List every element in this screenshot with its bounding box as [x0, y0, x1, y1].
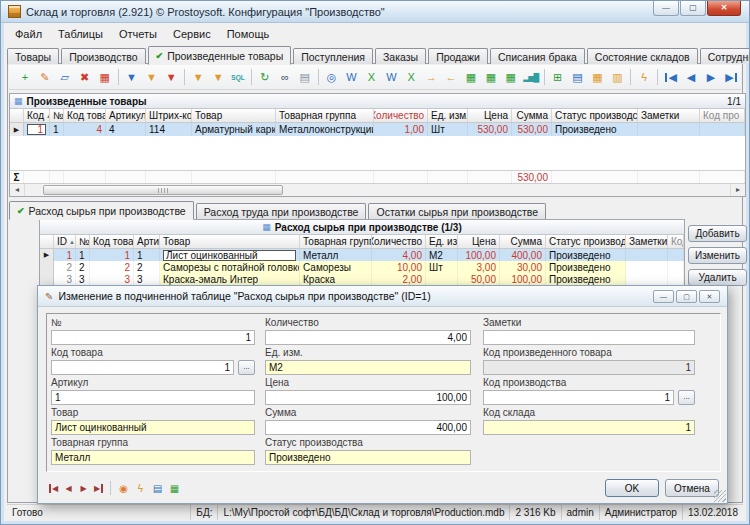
cell-kolichestvo[interactable]: 10,00	[372, 261, 426, 273]
cell-kod-tovara[interactable]: 2	[90, 261, 134, 273]
cell-cena[interactable]: 100,00	[458, 249, 500, 261]
col-id[interactable]: ID▲	[54, 235, 76, 248]
tab-proizvedennye-tovary[interactable]: ✔ Произведенные товары	[148, 46, 292, 65]
cell-kolichestvo[interactable]: 1,00	[374, 123, 428, 136]
product-code-input[interactable]	[51, 360, 234, 375]
cell-summa[interactable]: 530,00	[512, 123, 552, 136]
tab-spisaniya-braka[interactable]: Списания брака	[490, 48, 585, 64]
col-kod-tovara[interactable]: Код товара	[64, 109, 106, 122]
cell-kod-pro[interactable]	[700, 123, 745, 136]
col-summa[interactable]: Сумма	[500, 235, 546, 248]
article-input[interactable]	[51, 390, 255, 405]
cell-ed-izm[interactable]: М2	[426, 249, 458, 261]
sql-filter-icon[interactable]: SQL	[229, 69, 247, 86]
filter-save-icon[interactable]: ▼	[209, 69, 227, 86]
scroll-thumb[interactable]	[43, 185, 283, 195]
lightning-icon[interactable]: ϟ	[635, 69, 653, 86]
tab-proizvodstvo[interactable]: Производство	[61, 48, 145, 64]
col-tovar[interactable]: Товар	[160, 235, 300, 248]
cell-status[interactable]: Произведено	[546, 273, 626, 285]
delete-button[interactable]: Удалить	[688, 269, 747, 286]
col-tovarnaya-gruppa[interactable]: Товарная группа	[276, 109, 374, 122]
chart-icon[interactable]: ▂▅█	[522, 69, 540, 86]
cell-zametki[interactable]	[626, 261, 668, 273]
close-button[interactable]: ✕	[707, 1, 741, 16]
product-group-input[interactable]	[51, 450, 255, 465]
menu-file[interactable]: Файл	[7, 26, 50, 42]
cell-artikul[interactable]: 1	[134, 249, 160, 261]
cell-tovarnaya-gruppa[interactable]: Металлоконструкции	[276, 123, 374, 136]
menu-tables[interactable]: Таблицы	[50, 26, 111, 42]
num-input[interactable]	[51, 330, 255, 345]
cell-kod-pro[interactable]	[668, 249, 684, 261]
report-summary-icon[interactable]: ▦	[462, 69, 480, 86]
cell-ed-izm[interactable]	[426, 273, 458, 285]
nav-prev-icon[interactable]: ◀	[682, 69, 700, 86]
delete-found-records-icon[interactable]: ▦	[96, 69, 114, 86]
resize-grip[interactable]	[714, 490, 726, 502]
tab-postupleniya[interactable]: Поступления	[293, 48, 373, 64]
cell-artikul[interactable]: 2	[134, 261, 160, 273]
minimize-button[interactable]: —	[653, 1, 679, 16]
record-last-icon[interactable]: ▶	[91, 481, 106, 495]
import-data-icon[interactable]: ←	[442, 69, 460, 86]
col-zametki[interactable]: Заметки	[638, 109, 700, 122]
cell-kolichestvo[interactable]: 4,00	[372, 249, 426, 261]
cell-nomer[interactable]: 1	[50, 123, 64, 136]
copy-record-icon[interactable]: ▱	[56, 69, 74, 86]
cell-summa[interactable]: 30,00	[500, 261, 546, 273]
cell-id[interactable]: 2	[54, 261, 76, 273]
cell-zametki[interactable]	[626, 273, 668, 285]
export-excel-icon[interactable]: X	[363, 69, 381, 86]
col-cena[interactable]: Цена	[458, 235, 500, 248]
unit-input[interactable]	[265, 360, 471, 375]
nav-next-icon[interactable]: ▶	[702, 69, 720, 86]
col-kod-pro[interactable]: Код про	[668, 235, 684, 248]
cell-kod[interactable]: 1	[24, 123, 50, 136]
cell-tovar[interactable]: Арматурный каркас	[192, 123, 276, 136]
delete-record-icon[interactable]: ✖	[76, 69, 94, 86]
dialog-minimize-button[interactable]: —	[653, 290, 674, 303]
cell-tovar[interactable]: Саморезы с потайной головкой 3,5 х 16	[160, 261, 300, 273]
col-artikul[interactable]: Артикул	[106, 109, 146, 122]
dialog-titlebar[interactable]: ✎ Изменение в подчиненной таблице "Расхо…	[38, 286, 727, 307]
col-status[interactable]: Статус производства	[552, 109, 638, 122]
export-data-icon[interactable]: →	[422, 69, 440, 86]
refresh-icon[interactable]: ↻	[256, 69, 274, 86]
report-pivot-icon[interactable]: ▦	[482, 69, 500, 86]
menu-help[interactable]: Помощь	[219, 26, 278, 42]
cell-kod-tovara[interactable]: 1	[90, 249, 134, 261]
record-next-icon[interactable]: ▶	[76, 481, 91, 495]
table-row[interactable]: ▶ 1 1 4 4 114 Арматурный каркас Металлок…	[10, 123, 745, 136]
horizontal-scrollbar[interactable]: ◂ ▸	[10, 183, 745, 196]
edit-record-icon[interactable]: ✎	[36, 69, 54, 86]
table-row[interactable]: 2 2 2 2 Саморезы с потайной головкой 3,5…	[40, 261, 684, 273]
cell-cena[interactable]: 530,00	[468, 123, 512, 136]
template-excel-icon[interactable]: X	[402, 69, 420, 86]
cell-status[interactable]: Произведено	[552, 123, 638, 136]
cancel-button[interactable]: Отмена	[665, 479, 719, 497]
col-tovarnaya-gruppa[interactable]: Товарная группа	[300, 235, 372, 248]
notes-input[interactable]	[483, 330, 695, 345]
col-summa[interactable]: Сумма	[512, 109, 552, 122]
menu-reports[interactable]: Отчеты	[111, 26, 165, 42]
col-nomer[interactable]: №	[50, 109, 64, 122]
tab-sotrudniki[interactable]: Сотрудники	[700, 48, 750, 64]
lightning-icon[interactable]: ϟ	[132, 481, 149, 495]
product-code-browse-button[interactable]: ...	[238, 360, 255, 375]
col-kod-tovara[interactable]: Код товара	[90, 235, 134, 248]
scroll-right-icon[interactable]: ▸	[731, 184, 745, 196]
globe-icon[interactable]: ◉	[115, 481, 132, 495]
form-properties-icon[interactable]: ▥	[608, 69, 626, 86]
col-shtrih-kod[interactable]: Штрих-код	[146, 109, 192, 122]
cell-kod-pro[interactable]	[668, 261, 684, 273]
cell-kod-tovara[interactable]: 4	[64, 123, 106, 136]
col-nomer[interactable]: №	[76, 235, 90, 248]
image-icon[interactable]: ▦	[166, 481, 183, 495]
col-cena[interactable]: Цена	[468, 109, 512, 122]
form-icon[interactable]: ▤	[149, 481, 166, 495]
col-kod[interactable]: Код▲	[24, 109, 50, 122]
col-kolichestvo[interactable]: Количество	[372, 235, 426, 248]
cell-nomer[interactable]: 3	[76, 273, 90, 285]
col-zametki[interactable]: Заметки	[626, 235, 668, 248]
